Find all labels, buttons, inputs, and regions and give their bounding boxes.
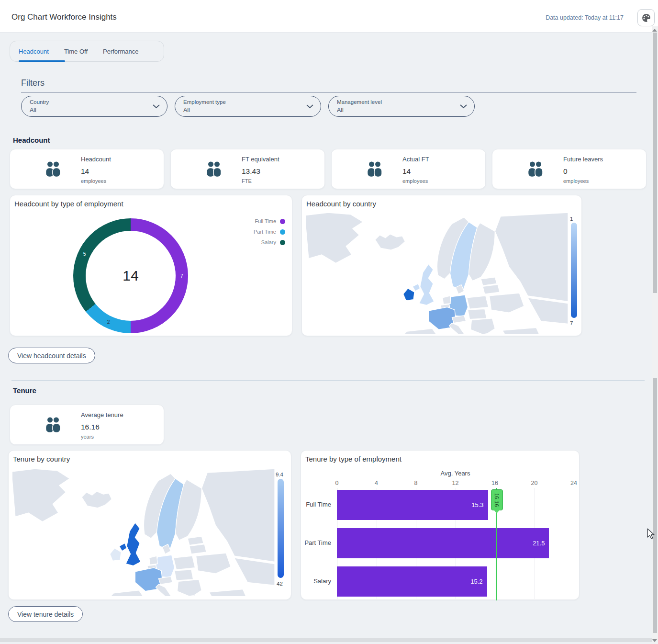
management-level-filter-dropdown[interactable]: Management level All bbox=[328, 96, 475, 117]
kpi-card-actual-ft: Actual FT 14 employees bbox=[331, 149, 486, 189]
headcount-by-country-chart-card: Headcount by country 1 7 bbox=[301, 195, 582, 336]
kpi-card-future-leavers: Future leavers 0 employees bbox=[492, 149, 647, 189]
tab-performance[interactable]: Performance bbox=[103, 48, 138, 55]
people-icon bbox=[44, 160, 63, 181]
chart-title: Headcount by country bbox=[306, 200, 376, 208]
country-shape-russia bbox=[201, 469, 275, 562]
country-shape-russia bbox=[495, 213, 568, 302]
country-filter-dropdown[interactable]: Country All bbox=[21, 96, 167, 117]
country-shape-baltic2 bbox=[190, 544, 206, 554]
scale-min-label: 7 bbox=[570, 320, 573, 326]
kpi-unit: employees bbox=[402, 178, 428, 184]
y-axis-category-label: Part Time bbox=[301, 539, 331, 546]
country-shape-netherlands bbox=[443, 296, 451, 305]
view-headcount-details-button[interactable]: View headcount details bbox=[8, 348, 95, 363]
europe-choropleth-map bbox=[306, 213, 568, 334]
scale-max-label: 42 bbox=[277, 581, 283, 587]
legend-color-dot bbox=[280, 219, 285, 224]
country-shape-czech-hungary bbox=[175, 570, 193, 581]
legend-label: Salary bbox=[261, 239, 276, 245]
tab-headcount[interactable]: Headcount bbox=[19, 48, 49, 55]
horizontal-scrollbar[interactable] bbox=[0, 638, 652, 642]
active-tab-underline bbox=[19, 60, 65, 62]
kpi-label: Headcount bbox=[81, 156, 111, 163]
y-axis-category-label: Salary bbox=[301, 577, 331, 585]
country-shape-italy bbox=[156, 584, 177, 596]
data-updated-text: Data updated: Today at 11:17 bbox=[546, 14, 624, 21]
filters-underline bbox=[21, 92, 636, 92]
country-shape-greenland bbox=[306, 213, 363, 263]
tab-bar: Headcount Time Off Performance bbox=[10, 41, 164, 62]
vertical-scrollbar-track[interactable] bbox=[652, 26, 658, 644]
country-shape-turkey bbox=[209, 589, 247, 596]
x-tick-label: 24 bbox=[567, 480, 581, 486]
scroll-down-arrow-icon[interactable] bbox=[652, 639, 657, 642]
chevron-down-icon bbox=[153, 104, 160, 109]
tab-time-off[interactable]: Time Off bbox=[64, 48, 88, 55]
tenure-by-country-chart-card: Tenure by country 9.4 42 bbox=[8, 450, 291, 600]
mouse-cursor bbox=[646, 528, 656, 539]
filters-heading: Filters bbox=[21, 78, 45, 88]
bar-plot-area: 15.321.515.216.16 bbox=[337, 488, 574, 599]
people-icon bbox=[44, 416, 63, 437]
x-tick-label: 4 bbox=[369, 480, 384, 486]
dropdown-value: All bbox=[30, 107, 36, 113]
kpi-label: Future leavers bbox=[563, 156, 603, 163]
bar-full-time: 15.3 bbox=[337, 490, 488, 520]
legend-item[interactable]: Part Time bbox=[254, 226, 285, 237]
country-shape-poland bbox=[467, 296, 489, 309]
scale-min-label: 9.4 bbox=[276, 472, 283, 477]
kpi-value: 13.43 bbox=[242, 167, 260, 176]
kpi-card-headcount: Headcount 14 employees bbox=[10, 149, 164, 189]
kpi-label: FT equivalent bbox=[242, 156, 279, 163]
color-scale-bar bbox=[278, 479, 284, 578]
chevron-down-icon bbox=[306, 104, 313, 109]
kpi-card-ft-equivalent: FT equivalent 13.43 FTE bbox=[170, 149, 325, 189]
country-shape-iceland bbox=[375, 234, 405, 250]
scroll-up-arrow-icon[interactable] bbox=[652, 29, 657, 32]
legend-item[interactable]: Salary bbox=[254, 237, 285, 248]
headcount-section-heading: Headcount bbox=[13, 136, 50, 144]
legend-label: Part Time bbox=[254, 229, 276, 235]
country-shape-united-kingdom bbox=[126, 523, 141, 566]
x-axis-title: Avg. Years bbox=[337, 470, 574, 477]
country-shape-ukraine bbox=[196, 553, 231, 574]
country-shape-united-kingdom bbox=[419, 264, 434, 305]
donut-center-value: 14 bbox=[73, 218, 188, 333]
section-divider bbox=[11, 380, 645, 381]
scrollbar-thumb[interactable] bbox=[653, 378, 657, 633]
country-shape-baltic1 bbox=[188, 536, 203, 545]
bar-value-label: 21.5 bbox=[533, 540, 549, 547]
bar-salary: 15.2 bbox=[337, 566, 487, 597]
legend-item[interactable]: Full Time bbox=[254, 216, 285, 226]
scrollbar-thumb[interactable] bbox=[653, 33, 657, 293]
legend-color-dot bbox=[280, 240, 285, 245]
x-tick-label: 16 bbox=[488, 480, 502, 486]
country-shape-baltic1 bbox=[481, 277, 497, 286]
scale-max-label: 1 bbox=[570, 216, 573, 222]
average-reference-value: 16.16 bbox=[494, 493, 500, 507]
dropdown-label: Employment type bbox=[183, 99, 226, 105]
x-tick-label: 8 bbox=[409, 480, 423, 486]
employment-type-filter-dropdown[interactable]: Employment type All bbox=[175, 96, 321, 117]
kpi-label: Average tenure bbox=[81, 411, 123, 418]
kpi-unit: FTE bbox=[242, 178, 252, 184]
country-shape-kazakh bbox=[234, 558, 275, 585]
view-tenure-details-button[interactable]: View tenure details bbox=[8, 606, 83, 622]
country-shape-czech-hungary bbox=[468, 309, 487, 319]
dropdown-label: Management level bbox=[337, 99, 382, 105]
country-shape-poland bbox=[174, 556, 195, 570]
section-divider bbox=[11, 130, 645, 130]
gridline bbox=[574, 488, 574, 599]
kpi-value: 16.16 bbox=[81, 423, 100, 431]
theme-palette-button[interactable] bbox=[637, 9, 655, 26]
x-tick-label: 0 bbox=[330, 480, 344, 486]
dropdown-value: All bbox=[183, 107, 190, 113]
chevron-down-icon bbox=[460, 104, 467, 109]
legend-color-dot bbox=[280, 229, 285, 235]
bar-part-time: 21.5 bbox=[337, 528, 549, 558]
country-shape-spain bbox=[403, 328, 437, 334]
kpi-value: 0 bbox=[563, 167, 568, 176]
people-icon bbox=[204, 160, 223, 181]
bar-value-label: 15.2 bbox=[470, 578, 487, 585]
